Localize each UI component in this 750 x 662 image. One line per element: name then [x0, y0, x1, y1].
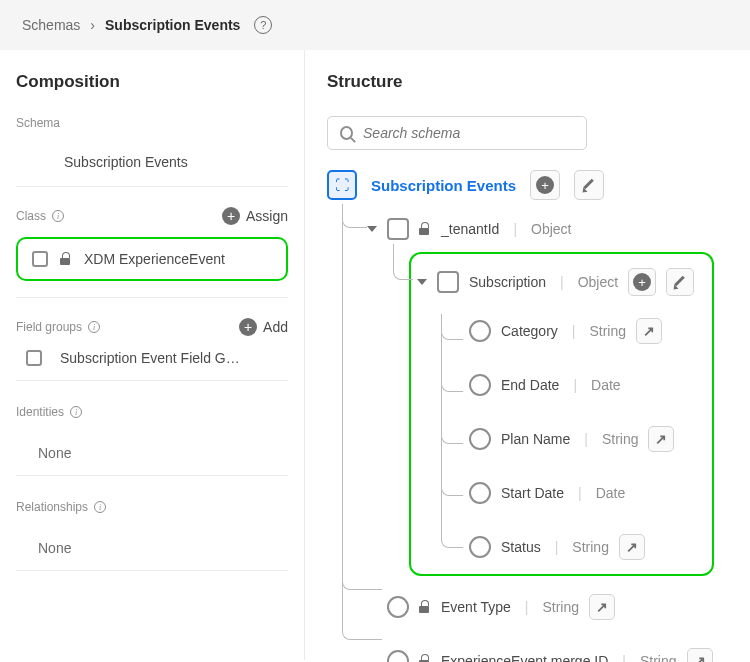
- info-icon[interactable]: i: [70, 406, 82, 418]
- tree-node-tenant[interactable]: _tenantId | Object: [367, 214, 750, 244]
- help-icon[interactable]: ?: [254, 16, 272, 34]
- breadcrumb-current: Subscription Events: [105, 17, 240, 33]
- tree-node-mergeid[interactable]: ExperienceEvent merge ID | String ↗: [387, 644, 750, 662]
- arrow-icon[interactable]: ↗: [636, 318, 662, 344]
- info-icon[interactable]: i: [52, 210, 64, 222]
- highlight-box: Subscription | Object + Category | Strin…: [409, 252, 714, 576]
- field-icon: [469, 482, 491, 504]
- tree-node-subscription[interactable]: Subscription | Object +: [417, 264, 698, 300]
- fieldgroups-label: Field groups i: [16, 320, 100, 334]
- fieldgroup-name: Subscription Event Field G…: [60, 350, 240, 366]
- add-field-button[interactable]: +: [530, 170, 560, 200]
- arrow-icon[interactable]: ↗: [619, 534, 645, 560]
- tree-node-eventtype[interactable]: Event Type | String ↗: [387, 590, 750, 624]
- edit-button[interactable]: [574, 170, 604, 200]
- arrow-icon[interactable]: ↗: [648, 426, 674, 452]
- composition-panel: Composition Schema Subscription Events C…: [0, 50, 305, 660]
- class-item[interactable]: XDM ExperienceEvent: [16, 237, 288, 281]
- breadcrumb-root[interactable]: Schemas: [22, 17, 80, 33]
- arrow-icon[interactable]: ↗: [687, 648, 713, 662]
- info-icon[interactable]: i: [88, 321, 100, 333]
- add-button[interactable]: + Add: [239, 318, 288, 336]
- header: Schemas › Subscription Events ?: [0, 0, 750, 50]
- tree-node-startdate[interactable]: Start Date | Date: [469, 478, 698, 508]
- fieldgroup-item[interactable]: Subscription Event Field G…: [16, 336, 288, 381]
- field-icon: [387, 596, 409, 618]
- field-icon: [469, 536, 491, 558]
- structure-title: Structure: [327, 72, 750, 92]
- chevron-down-icon[interactable]: [367, 226, 377, 232]
- edit-button[interactable]: [666, 268, 694, 296]
- identities-label: Identities i: [16, 405, 288, 419]
- tree-root-row[interactable]: ⛶ Subscription Events +: [327, 170, 750, 200]
- tree-node-enddate[interactable]: End Date | Date: [469, 370, 698, 400]
- field-icon: [387, 650, 409, 662]
- assign-button[interactable]: + Assign: [222, 207, 288, 225]
- search-box[interactable]: [327, 116, 587, 150]
- schema-root-icon: ⛶: [327, 170, 357, 200]
- lock-icon: [60, 253, 72, 265]
- relationships-none: None: [16, 526, 288, 571]
- chevron-down-icon[interactable]: [417, 279, 427, 285]
- info-icon[interactable]: i: [94, 501, 106, 513]
- class-name: XDM ExperienceEvent: [84, 251, 225, 267]
- tree-node-planname[interactable]: Plan Name | String ↗: [469, 422, 698, 456]
- plus-icon: +: [239, 318, 257, 336]
- checkbox[interactable]: [26, 350, 42, 366]
- identities-none: None: [16, 431, 288, 476]
- checkbox[interactable]: [387, 218, 409, 240]
- arrow-icon[interactable]: ↗: [589, 594, 615, 620]
- field-icon: [469, 320, 491, 342]
- field-icon: [469, 374, 491, 396]
- field-icon: [469, 428, 491, 450]
- add-field-button[interactable]: +: [628, 268, 656, 296]
- lock-icon: [419, 601, 431, 613]
- tree-root-name: Subscription Events: [371, 177, 516, 194]
- plus-icon: +: [222, 207, 240, 225]
- schema-label: Schema: [16, 116, 288, 130]
- search-icon: [340, 126, 353, 140]
- tree-node-category[interactable]: Category | String ↗: [469, 314, 698, 348]
- lock-icon: [419, 655, 431, 662]
- composition-title: Composition: [16, 72, 288, 92]
- chevron-right-icon: ›: [90, 17, 95, 33]
- search-input[interactable]: [363, 125, 574, 141]
- checkbox[interactable]: [32, 251, 48, 267]
- schema-name[interactable]: Subscription Events: [16, 142, 288, 187]
- class-label: Class i: [16, 209, 64, 223]
- checkbox[interactable]: [437, 271, 459, 293]
- structure-panel: Structure ⛶ Subscription Events + _tenan…: [305, 50, 750, 660]
- relationships-label: Relationships i: [16, 500, 288, 514]
- lock-icon: [419, 223, 431, 235]
- tree-node-status[interactable]: Status | String ↗: [469, 530, 698, 564]
- schema-tree: ⛶ Subscription Events + _tenantId | Obje…: [327, 170, 750, 662]
